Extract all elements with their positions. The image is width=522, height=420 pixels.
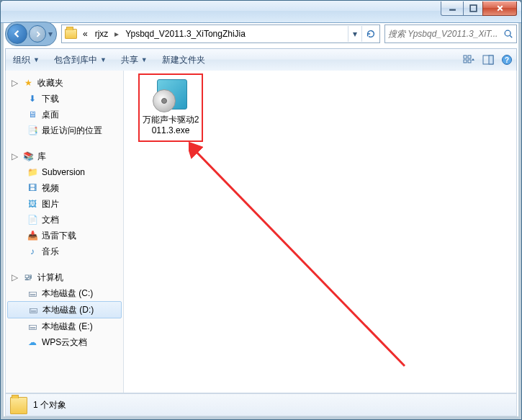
xunlei-icon: 📥 — [26, 229, 39, 242]
sidebar-item-wps-cloud[interactable]: ☁WPS云文档 — [6, 334, 123, 350]
item-label: Subversion — [42, 167, 85, 177]
svg-rect-6 — [468, 60, 471, 63]
libraries-group: ▷ 📚 库 📁Subversion 🎞视频 🖼图片 📄文档 📥迅雷下载 ♪音乐 — [6, 148, 123, 259]
annotation-arrow — [189, 121, 419, 395]
svg-rect-1 — [470, 5, 477, 12]
item-label: 本地磁盘 (D:) — [42, 304, 94, 316]
close-button[interactable] — [482, 1, 517, 16]
breadcrumb-seg-current[interactable]: Ypsbqd_V2011.3_XiTongZhiJia — [122, 25, 249, 43]
computer-group: ▷ 🖳 计算机 🖴本地磁盘 (C:) 🖴本地磁盘 (D:) 🖴本地磁盘 (E:)… — [6, 269, 123, 350]
recent-icon: 📑 — [26, 124, 39, 137]
include-library-menu[interactable]: 包含到库中▼ — [47, 50, 114, 70]
svg-rect-0 — [449, 9, 456, 11]
computer-label: 计算机 — [37, 272, 63, 284]
folder-icon — [63, 27, 78, 41]
forward-button[interactable] — [29, 25, 46, 43]
status-bar: 1 个对象 — [5, 393, 517, 416]
organize-label: 组织 — [13, 54, 30, 66]
back-button[interactable] — [7, 24, 27, 44]
breadcrumb-overflow[interactable]: « — [79, 25, 91, 43]
item-label: 最近访问的位置 — [42, 125, 102, 137]
libraries-icon: 📚 — [22, 150, 35, 163]
newfolder-label: 新建文件夹 — [162, 54, 205, 66]
star-icon: ★ — [22, 76, 35, 89]
share-menu[interactable]: 共享▼ — [114, 50, 155, 70]
view-options-button[interactable] — [460, 50, 479, 69]
svg-point-2 — [505, 30, 510, 36]
search-box[interactable] — [384, 24, 517, 43]
svg-rect-3 — [464, 55, 467, 58]
folder-icon — [10, 397, 26, 413]
breadcrumb-bar[interactable]: « rjxz ▸ Ypsbqd_V2011.3_XiTongZhiJia ▾ — [61, 24, 380, 43]
search-icon[interactable] — [500, 26, 516, 42]
drive-icon: 🖴 — [27, 303, 40, 316]
sidebar-item-downloads[interactable]: ⬇下载 — [6, 91, 123, 107]
nav-history-dropdown[interactable]: ▾ — [46, 29, 55, 39]
sidebar-item-drive-d[interactable]: 🖴本地磁盘 (D:) — [7, 301, 122, 318]
sidebar-item-recent[interactable]: 📑最近访问的位置 — [6, 122, 123, 138]
maximize-button[interactable] — [463, 1, 483, 16]
nav-buttons: ▾ — [5, 22, 57, 46]
desktop-icon: 🖥 — [26, 108, 39, 121]
item-label: 本地磁盘 (C:) — [42, 287, 93, 300]
item-label: 音乐 — [42, 246, 59, 258]
expand-icon[interactable]: ▷ — [12, 78, 19, 88]
item-label: 迅雷下载 — [42, 230, 76, 242]
breadcrumb-seg-rjxz[interactable]: rjxz — [91, 25, 112, 43]
organize-menu[interactable]: 组织▼ — [6, 50, 47, 70]
breadcrumb-separator[interactable]: ▸ — [112, 29, 122, 39]
share-label: 共享 — [121, 54, 138, 66]
sidebar-item-drive-e[interactable]: 🖴本地磁盘 (E:) — [6, 318, 123, 334]
file-item-exe[interactable]: 万能声卡驱动2011.3.exe — [138, 73, 203, 142]
favorites-group: ▷ ★ 收藏夹 ⬇下载 🖥桌面 📑最近访问的位置 — [6, 75, 123, 138]
refresh-button[interactable] — [361, 26, 379, 42]
status-text: 1 个对象 — [33, 399, 66, 411]
explorer-window: ▾ « rjxz ▸ Ypsbqd_V2011.3_XiTongZhiJia ▾… — [0, 0, 522, 420]
titlebar[interactable] — [1, 1, 521, 23]
item-label: 下载 — [42, 93, 59, 105]
svg-rect-5 — [464, 60, 467, 63]
help-button[interactable]: ? — [498, 50, 516, 69]
sidebar-item-drive-c[interactable]: 🖴本地磁盘 (C:) — [6, 285, 123, 301]
libraries-header[interactable]: ▷ 📚 库 — [6, 148, 123, 164]
video-icon: 🎞 — [26, 182, 39, 195]
installer-icon — [151, 78, 190, 112]
search-input[interactable] — [385, 29, 500, 39]
minimize-button[interactable] — [441, 1, 464, 16]
music-icon: ♪ — [26, 245, 39, 258]
picture-icon: 🖼 — [26, 197, 39, 210]
sidebar-item-videos[interactable]: 🎞视频 — [6, 180, 123, 196]
sidebar-item-subversion[interactable]: 📁Subversion — [6, 164, 123, 180]
sidebar-item-desktop[interactable]: 🖥桌面 — [6, 107, 123, 122]
favorites-header[interactable]: ▷ ★ 收藏夹 — [6, 75, 123, 91]
drive-icon: 🖴 — [26, 287, 39, 300]
window-controls — [441, 1, 517, 16]
address-bar: ▾ « rjxz ▸ Ypsbqd_V2011.3_XiTongZhiJia ▾ — [5, 22, 517, 45]
navigation-pane[interactable]: ▷ ★ 收藏夹 ⬇下载 🖥桌面 📑最近访问的位置 ▷ 📚 库 📁Subversi… — [6, 71, 124, 393]
cloud-icon: ☁ — [26, 336, 39, 349]
svg-line-11 — [194, 150, 405, 366]
document-icon: 📄 — [26, 213, 39, 226]
file-name-label: 万能声卡驱动2011.3.exe — [141, 115, 200, 136]
new-folder-button[interactable]: 新建文件夹 — [155, 50, 212, 70]
sidebar-item-music[interactable]: ♪音乐 — [6, 243, 123, 259]
favorites-label: 收藏夹 — [37, 77, 63, 89]
svg-text:?: ? — [505, 56, 509, 64]
item-label: 图片 — [42, 198, 59, 210]
expand-icon[interactable]: ▷ — [12, 151, 19, 161]
file-list-area[interactable]: 万能声卡驱动2011.3.exe — [124, 71, 516, 393]
download-icon: ⬇ — [26, 92, 39, 105]
sidebar-item-pictures[interactable]: 🖼图片 — [6, 196, 123, 212]
subversion-icon: 📁 — [26, 166, 39, 179]
expand-icon[interactable]: ▷ — [12, 272, 19, 282]
tree: ▷ ★ 收藏夹 ⬇下载 🖥桌面 📑最近访问的位置 ▷ 📚 库 📁Subversi… — [6, 71, 123, 365]
client-area: ▷ ★ 收藏夹 ⬇下载 🖥桌面 📑最近访问的位置 ▷ 📚 库 📁Subversi… — [5, 71, 517, 393]
breadcrumb-dropdown[interactable]: ▾ — [348, 26, 361, 42]
svg-rect-8 — [489, 55, 493, 64]
command-bar: 组织▼ 包含到库中▼ 共享▼ 新建文件夹 ? — [5, 48, 517, 71]
preview-pane-button[interactable] — [479, 50, 498, 69]
include-label: 包含到库中 — [54, 54, 97, 66]
computer-header[interactable]: ▷ 🖳 计算机 — [6, 269, 123, 285]
sidebar-item-documents[interactable]: 📄文档 — [6, 212, 123, 228]
sidebar-item-xunlei[interactable]: 📥迅雷下载 — [6, 228, 123, 243]
